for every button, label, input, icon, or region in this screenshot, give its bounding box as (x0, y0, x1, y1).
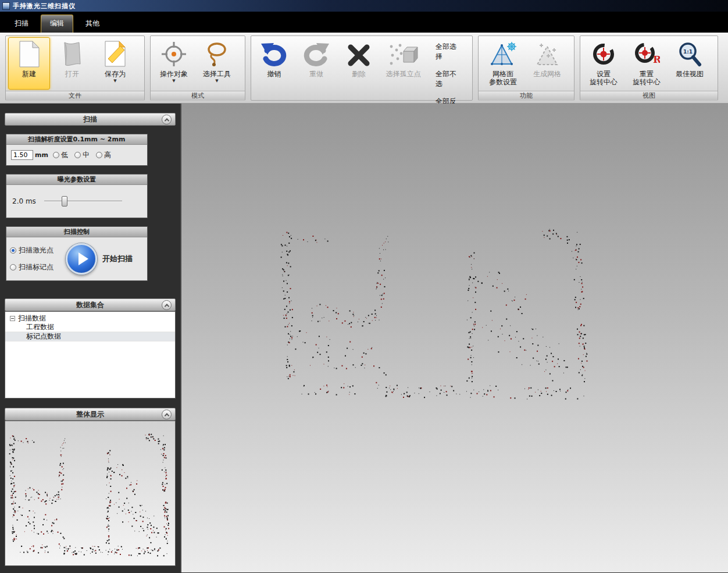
scan-control-card-header: 扫描控制 (6, 227, 147, 237)
resolution-high-radio[interactable] (96, 152, 102, 158)
reset-rotation-center-button[interactable]: R 重置 旋转中心 (626, 37, 668, 90)
resolution-low-label: 低 (61, 150, 68, 160)
group-label-function: 功能 (479, 91, 574, 101)
undo-button[interactable]: 撤销 (254, 37, 295, 90)
new-button-label: 新建 (22, 70, 36, 78)
start-scan-play-button[interactable] (66, 243, 97, 275)
exposure-value: 2.0 ms (12, 197, 36, 205)
tree-collapse-icon[interactable] (10, 316, 15, 321)
overview-panel-collapse-button[interactable] (162, 410, 172, 419)
save-as-button[interactable]: 保存为 ▼ (94, 37, 136, 90)
best-view-button[interactable]: 1:1 最佳视图 (669, 37, 711, 90)
svg-text:1:1: 1:1 (683, 49, 693, 55)
point-cloud-canvas[interactable] (181, 104, 727, 572)
redo-label: 重做 (309, 70, 323, 78)
tree-node-marker-data[interactable]: 标记点数据 (5, 332, 175, 341)
undo-label: 撤销 (267, 70, 281, 78)
isolated-points-cube-icon (388, 40, 419, 69)
open-button-label: 打开 (65, 70, 79, 78)
delete-x-icon (345, 40, 372, 69)
crosshair-target-icon (160, 40, 187, 69)
dropdown-arrow-icon: ▼ (172, 79, 175, 83)
set-rotation-center-label: 设置 旋转中心 (590, 70, 618, 87)
scan-panel-title: 扫描 (83, 115, 97, 124)
scan-marker-points-radio[interactable] (10, 264, 16, 271)
resolution-unit-label: mm (35, 151, 48, 159)
tab-other[interactable]: 其他 (77, 15, 108, 33)
select-tool-button[interactable]: 选择工具 ▼ (196, 37, 238, 90)
resolution-mid-radio[interactable] (74, 152, 81, 158)
ribbon-group-file: 新建 打开 保存为 ▼ 文件 (5, 35, 145, 101)
select-tool-label: 选择工具 (203, 70, 231, 78)
exposure-slider[interactable] (44, 195, 122, 207)
scan-control-card: 扫描控制 扫描激光点 扫描标记点 开始扫描 (6, 226, 148, 281)
select-none-button[interactable]: 全部不选 (432, 68, 466, 90)
scan-laser-points-label: 扫描激光点 (19, 245, 53, 255)
select-isolated-points-button[interactable]: 选择孤立点 (380, 37, 426, 90)
resolution-input[interactable] (11, 150, 33, 160)
reset-rotation-center-icon: R (633, 40, 660, 69)
redo-button[interactable]: 重做 (296, 37, 337, 90)
viewport-3d[interactable] (180, 104, 728, 572)
tree-node-scan-data[interactable]: 扫描数据 (5, 314, 175, 323)
play-icon (78, 252, 88, 265)
delete-button[interactable]: 删除 (338, 37, 380, 90)
data-panel-collapse-button[interactable] (162, 300, 172, 310)
tab-edit[interactable]: 编辑 (41, 15, 73, 33)
generate-mesh-icon (534, 40, 561, 69)
dropdown-arrow-icon: ▼ (113, 79, 116, 83)
generate-mesh-button[interactable]: 生成网格 (526, 37, 568, 90)
scan-panel-collapse-button[interactable] (162, 115, 172, 124)
resolution-high-label: 高 (104, 150, 111, 160)
app-icon (2, 2, 10, 10)
select-all-button[interactable]: 全部选择 (432, 41, 466, 63)
overview-minimap[interactable] (5, 421, 176, 566)
ribbon-group-operation: 撤销 重做 删除 (251, 35, 473, 101)
best-view-label: 最佳视图 (676, 70, 704, 78)
new-button[interactable]: 新建 (8, 37, 50, 90)
set-rotation-center-icon (590, 40, 617, 69)
overview-point-cloud-canvas[interactable] (5, 421, 175, 565)
tree-node-marker-data-label: 标记点数据 (26, 332, 61, 341)
reset-rotation-center-label: 重置 旋转中心 (633, 70, 661, 87)
scan-panel-header: 扫描 (5, 113, 176, 126)
slider-track (44, 201, 122, 202)
data-panel-header: 数据集合 (5, 298, 176, 311)
save-as-button-label: 保存为 (105, 70, 126, 78)
title-bar: 手持激光三维扫描仪 (0, 0, 728, 12)
ribbon-group-mode: 操作对象 ▼ 选择工具 ▼ 模式 (150, 35, 245, 101)
data-tree: 扫描数据 工程数据 标记点数据 (5, 311, 176, 398)
group-label-view: 视图 (580, 91, 718, 101)
open-file-icon (59, 40, 85, 69)
exposure-card-header: 曝光参数设置 (6, 175, 147, 185)
operation-target-button[interactable]: 操作对象 ▼ (153, 37, 195, 90)
group-label-file: 文件 (6, 91, 144, 101)
chevron-up-icon (164, 304, 169, 308)
dropdown-arrow-icon: ▼ (215, 79, 218, 83)
tab-scan[interactable]: 扫描 (6, 15, 37, 33)
svg-text:R: R (653, 54, 660, 65)
window-title: 手持激光三维扫描仪 (13, 2, 76, 10)
mesh-params-button[interactable]: 网格面 参数设置 (481, 37, 525, 90)
exposure-card: 曝光参数设置 2.0 ms (6, 174, 148, 218)
mesh-params-label: 网格面 参数设置 (489, 70, 517, 87)
ribbon-group-function: 网格面 参数设置 生成网格 功能 (478, 35, 574, 101)
mesh-settings-icon (490, 40, 516, 69)
data-panel-title: 数据集合 (76, 300, 104, 310)
overview-panel-title: 整体显示 (76, 410, 104, 419)
resolution-low-radio[interactable] (53, 152, 59, 158)
tree-node-project-data[interactable]: 工程数据 (5, 323, 175, 332)
scan-laser-points-radio[interactable] (10, 247, 16, 254)
tree-node-scan-data-label: 扫描数据 (18, 314, 46, 323)
ribbon: 新建 打开 保存为 ▼ 文件 (0, 33, 728, 104)
open-button[interactable]: 打开 (51, 37, 93, 90)
redo-icon (302, 40, 330, 69)
chevron-up-icon (164, 118, 169, 123)
lasso-icon (204, 40, 230, 69)
slider-thumb[interactable] (62, 196, 67, 207)
resolution-card-header: 扫描解析度设置0.1mm ~ 2mm (6, 134, 147, 145)
set-rotation-center-button[interactable]: 设置 旋转中心 (583, 37, 624, 90)
undo-icon (260, 40, 288, 69)
ribbon-group-view: 设置 旋转中心 R 重置 旋转中心 (580, 35, 718, 101)
left-sidebar: 扫描 扫描解析度设置0.1mm ~ 2mm mm 低 中 高 曝光参数设置 2.… (0, 104, 180, 572)
